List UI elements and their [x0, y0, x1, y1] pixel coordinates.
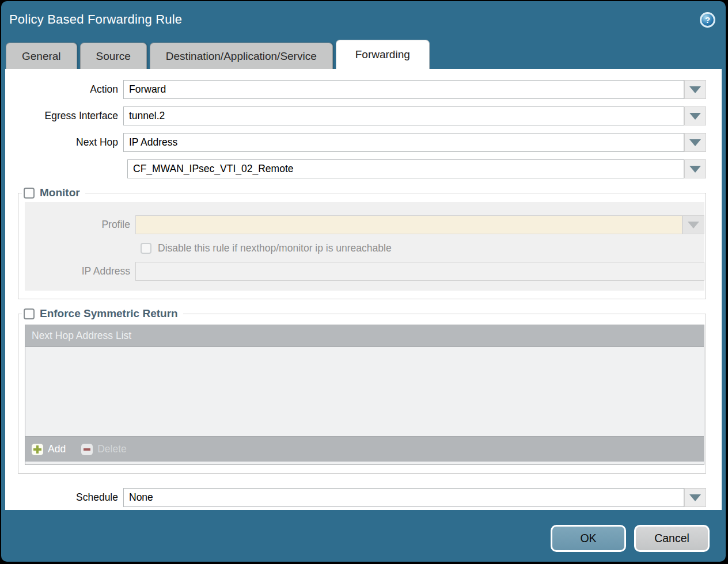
tab-destination-label: Destination/Application/Service [166, 50, 317, 63]
monitor-legend: Monitor [22, 186, 85, 199]
dialog-button-bar: OK Cancel [1, 510, 726, 552]
schedule-value: None [129, 491, 153, 504]
next-hop-address-dropdown-button[interactable] [684, 159, 706, 178]
tab-forwarding-label: Forwarding [355, 48, 410, 61]
help-glyph: ? [705, 15, 710, 25]
profile-field [135, 215, 704, 234]
plus-icon [32, 444, 43, 455]
monitor-ip-address-field [135, 262, 704, 281]
table-bottom-strip [25, 462, 704, 464]
chevron-down-icon [688, 222, 699, 228]
monitor-ip-address-row: IP Address [25, 262, 704, 281]
profile-dropdown-button [682, 215, 704, 234]
chevron-down-icon [689, 139, 701, 146]
schedule-dropdown-button[interactable] [684, 488, 706, 507]
enforce-symmetric-return-legend-label: Enforce Symmetric Return [40, 307, 178, 320]
egress-interface-dropdown[interactable]: tunnel.2 [123, 106, 684, 125]
egress-interface-dropdown-button[interactable] [684, 106, 706, 125]
next-hop-address-field: CF_MWAN_IPsec_VTI_02_Remote [123, 159, 706, 178]
schedule-dropdown[interactable]: None [123, 488, 684, 507]
action-value: Forward [129, 83, 166, 96]
action-field: Forward [123, 80, 706, 99]
chevron-down-icon [689, 494, 701, 501]
tab-destination-application-service[interactable]: Destination/Application/Service [150, 43, 333, 69]
schedule-row: Schedule None [5, 488, 706, 507]
egress-interface-field: tunnel.2 [123, 106, 706, 125]
schedule-field: None [123, 488, 706, 507]
egress-interface-row: Egress Interface tunnel.2 [5, 106, 706, 125]
next-hop-address-list-table: Next Hop Address List Add Delete [25, 325, 704, 465]
tab-general[interactable]: General [6, 43, 77, 69]
add-button-label: Add [48, 443, 66, 455]
forwarding-tab-panel: Action Forward Egress Interface tunnel.2 [5, 69, 722, 510]
enforce-symmetric-return-legend: Enforce Symmetric Return [22, 307, 183, 320]
disable-rule-row: Disable this rule if nexthop/monitor ip … [141, 242, 704, 254]
help-icon[interactable]: ? [700, 12, 715, 28]
delete-button-label: Delete [97, 443, 127, 455]
disable-rule-label: Disable this rule if nexthop/monitor ip … [158, 242, 392, 254]
chevron-down-icon [689, 113, 701, 120]
next-hop-label: Next Hop [5, 136, 123, 148]
ok-button[interactable]: OK [551, 525, 626, 552]
next-hop-address-list-header: Next Hop Address List [25, 325, 704, 347]
enforce-symmetric-return-checkbox[interactable] [24, 308, 35, 319]
chevron-down-icon [689, 86, 701, 93]
next-hop-value: IP Address [129, 136, 177, 148]
action-dropdown[interactable]: Forward [123, 80, 684, 99]
schedule-label: Schedule [5, 491, 123, 504]
tab-general-label: General [22, 50, 61, 63]
minus-icon [81, 444, 93, 455]
monitor-ip-address-input [135, 262, 704, 281]
next-hop-row: Next Hop IP Address [5, 133, 706, 152]
profile-row: Profile [25, 215, 704, 234]
tab-source-label: Source [96, 50, 131, 63]
monitor-checkbox[interactable] [24, 188, 35, 199]
pbf-rule-dialog: Policy Based Forwarding Rule ? General S… [1, 1, 726, 562]
tab-bar: General Source Destination/Application/S… [1, 38, 726, 69]
profile-label: Profile [25, 219, 135, 231]
cancel-button[interactable]: Cancel [634, 525, 710, 552]
next-hop-address-dropdown[interactable]: CF_MWAN_IPsec_VTI_02_Remote [127, 159, 684, 178]
next-hop-address-row: CF_MWAN_IPsec_VTI_02_Remote [5, 159, 706, 178]
dialog-title: Policy Based Forwarding Rule [9, 12, 182, 27]
next-hop-dropdown[interactable]: IP Address [123, 133, 684, 152]
next-hop-address-value: CF_MWAN_IPsec_VTI_02_Remote [133, 163, 293, 175]
next-hop-dropdown-button[interactable] [684, 133, 706, 152]
monitor-disabled-panel: Profile Disable this rule if nexthop/mon… [25, 202, 704, 291]
monitor-ip-address-label: IP Address [25, 265, 135, 277]
monitor-fieldset: Monitor Profile Disabl [18, 186, 706, 299]
egress-interface-value: tunnel.2 [129, 110, 165, 122]
chevron-down-icon [689, 166, 701, 173]
monitor-legend-label: Monitor [40, 186, 80, 199]
enforce-symmetric-return-fieldset: Enforce Symmetric Return Next Hop Addres… [18, 307, 706, 474]
next-hop-address-list-body[interactable] [25, 347, 704, 436]
disable-rule-checkbox [141, 243, 151, 254]
tab-source[interactable]: Source [80, 43, 147, 69]
tab-forwarding[interactable]: Forwarding [336, 40, 430, 69]
egress-interface-label: Egress Interface [5, 110, 123, 122]
dialog-titlebar: Policy Based Forwarding Rule ? [1, 1, 726, 38]
add-button[interactable]: Add [32, 443, 66, 455]
action-label: Action [5, 83, 123, 96]
next-hop-address-list-toolbar: Add Delete [25, 436, 704, 462]
profile-dropdown [135, 215, 682, 234]
next-hop-field: IP Address [123, 133, 706, 152]
action-dropdown-button[interactable] [684, 80, 706, 99]
delete-button: Delete [81, 443, 127, 455]
action-row: Action Forward [5, 80, 706, 99]
next-hop-address-list-header-label: Next Hop Address List [32, 330, 131, 342]
